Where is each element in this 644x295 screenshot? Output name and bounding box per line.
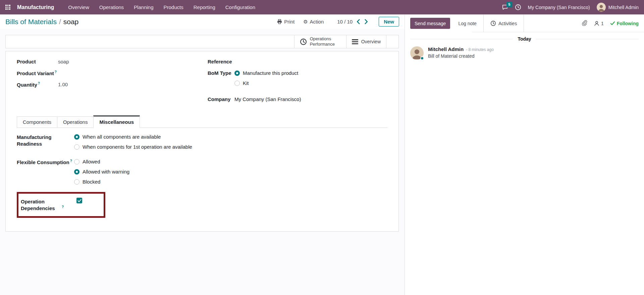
date-divider: Today [410, 36, 639, 42]
radio-when-all-components-available[interactable]: When all components are available [74, 134, 192, 140]
radio-selected-icon [234, 70, 240, 76]
hamburger-icon [352, 39, 358, 44]
product-label: Product [17, 59, 58, 64]
send-message-button[interactable]: Send message [410, 18, 450, 29]
breadcrumb-root-link[interactable]: Bills of Materials [5, 18, 57, 26]
nav-item-planning[interactable]: Planning [134, 4, 153, 10]
top-navbar: Manufacturing Overview Operations Planni… [0, 0, 644, 14]
breadcrumb: Bills of Materials / soap [5, 18, 78, 26]
radio-unselected-icon [234, 81, 240, 86]
paperclip-icon [581, 20, 587, 26]
field-product-variant: Product Variant? [17, 70, 208, 77]
followers-count: 1 [601, 21, 604, 26]
radio-allowed-with-warning[interactable]: Allowed with warning [74, 169, 129, 175]
followers-button[interactable]: 1 [594, 21, 604, 26]
operation-dependencies-label: Operation Dependencies? [21, 198, 76, 212]
nav-item-operations[interactable]: Operations [99, 4, 124, 10]
help-icon[interactable]: ? [62, 205, 64, 209]
message-timestamp: - 8 minutes ago [466, 47, 494, 52]
product-value[interactable]: soap [58, 59, 69, 64]
attachments-button[interactable] [581, 20, 587, 27]
nav-item-products[interactable]: Products [164, 4, 183, 10]
radio-kit[interactable]: Kit [234, 80, 298, 86]
pager-previous-icon[interactable] [356, 18, 361, 25]
control-panel: Bills of Materials / soap Print ⚙ Action… [0, 14, 405, 29]
message-thread: Today Mitchell Admin - 8 minutes ago Bil… [405, 32, 644, 63]
help-icon[interactable]: ? [70, 159, 72, 163]
radio-selected-icon [74, 134, 79, 140]
form-pane: Bills of Materials / soap Print ⚙ Action… [0, 14, 405, 295]
notebook-tabs: Components Operations Miscellaneous [17, 116, 387, 128]
breadcrumb-current: soap [63, 18, 79, 26]
overview-button[interactable]: Overview [346, 35, 386, 48]
chatter-header: Send message Log note Activities 1 Follo… [405, 14, 644, 32]
quantity-value[interactable]: 1.00 [58, 82, 68, 87]
date-divider-label: Today [518, 36, 531, 42]
operations-performance-button[interactable]: Operations Performance [294, 35, 346, 48]
messages-icon[interactable]: 5 [502, 4, 508, 10]
apps-menu-icon[interactable] [5, 5, 10, 10]
pager-count: 10 / 10 [337, 19, 353, 24]
following-button[interactable]: Following [610, 21, 639, 26]
check-icon [77, 199, 82, 202]
quantity-label: Quantity? [17, 82, 58, 88]
bom-type-options: Manufacture this product Kit [234, 70, 298, 90]
message: Mitchell Admin - 8 minutes ago Bill of M… [410, 46, 639, 60]
stat-button-box: Operations Performance Overview [5, 35, 399, 48]
person-icon [594, 21, 599, 26]
chatter-panel: Send message Log note Activities 1 Follo… [405, 14, 644, 295]
help-icon[interactable]: ? [55, 70, 57, 74]
message-body: Bill of Material created [428, 53, 494, 59]
radio-when-components-1st-operation[interactable]: When components for 1st operation are av… [74, 144, 192, 150]
divider [483, 14, 484, 32]
nav-item-configuration[interactable]: Configuration [225, 4, 255, 10]
nav-menu: Overview Operations Planning Products Re… [68, 4, 255, 10]
messages-count-badge: 5 [506, 2, 512, 7]
user-name: Mitchell Admin [608, 5, 639, 10]
clock-icon [490, 20, 496, 26]
activities-button[interactable]: Activities [489, 17, 518, 30]
field-flexible-consumption: Flexible Consumption? Allowed Allowed wi… [17, 158, 387, 189]
company-label: Company [208, 96, 234, 102]
field-reference: Reference [208, 59, 387, 65]
tab-components[interactable]: Components [17, 116, 57, 128]
radio-manufacture-this-product[interactable]: Manufacture this product [234, 70, 298, 76]
action-button[interactable]: ⚙ Action [303, 19, 324, 25]
company-switcher[interactable]: My Company (San Francisco) [528, 5, 590, 10]
operation-dependencies-highlight-box: Operation Dependencies? [17, 192, 105, 218]
radio-unselected-icon [74, 179, 79, 185]
tab-miscellaneous[interactable]: Miscellaneous [93, 115, 140, 128]
gear-icon: ⚙ [303, 19, 308, 25]
reference-label: Reference [208, 59, 234, 64]
product-variant-label: Product Variant? [17, 70, 58, 76]
print-button[interactable]: Print [277, 19, 294, 24]
bom-type-label: BoM Type [208, 70, 234, 76]
radio-unselected-icon [74, 159, 79, 164]
operation-dependencies-checkbox[interactable] [76, 198, 82, 203]
field-quantity: Quantity? 1.00 [17, 82, 208, 88]
clock-icon [300, 38, 307, 45]
pager-next-icon[interactable] [364, 18, 369, 25]
miscellaneous-tab-content: Manufacturing Readiness When all compone… [6, 128, 398, 218]
field-company: Company My Company (San Francisco) [208, 96, 387, 103]
user-menu[interactable]: Mitchell Admin [597, 3, 639, 12]
manufacturing-readiness-label: Manufacturing Readiness [17, 133, 74, 154]
radio-allowed[interactable]: Allowed [74, 159, 129, 164]
message-author[interactable]: Mitchell Admin [428, 46, 464, 52]
form-content-area: Operations Performance Overview Product … [0, 29, 405, 295]
field-product: Product soap [17, 59, 208, 65]
company-value[interactable]: My Company (San Francisco) [234, 96, 301, 102]
user-avatar [597, 3, 606, 12]
app-name[interactable]: Manufacturing [17, 4, 54, 10]
radio-blocked[interactable]: Blocked [74, 179, 129, 185]
form-sheet: Product soap Product Variant? Quantity? … [5, 51, 399, 232]
field-bom-type: BoM Type Manufacture this product Kit [208, 70, 387, 90]
online-status-dot [420, 56, 424, 60]
tab-operations[interactable]: Operations [57, 116, 94, 128]
log-note-button[interactable]: Log note [457, 17, 478, 30]
nav-item-reporting[interactable]: Reporting [194, 4, 215, 10]
nav-item-overview[interactable]: Overview [68, 4, 89, 10]
activities-clock-icon[interactable] [515, 4, 521, 10]
help-icon[interactable]: ? [38, 82, 40, 85]
new-button[interactable]: New [379, 17, 399, 27]
